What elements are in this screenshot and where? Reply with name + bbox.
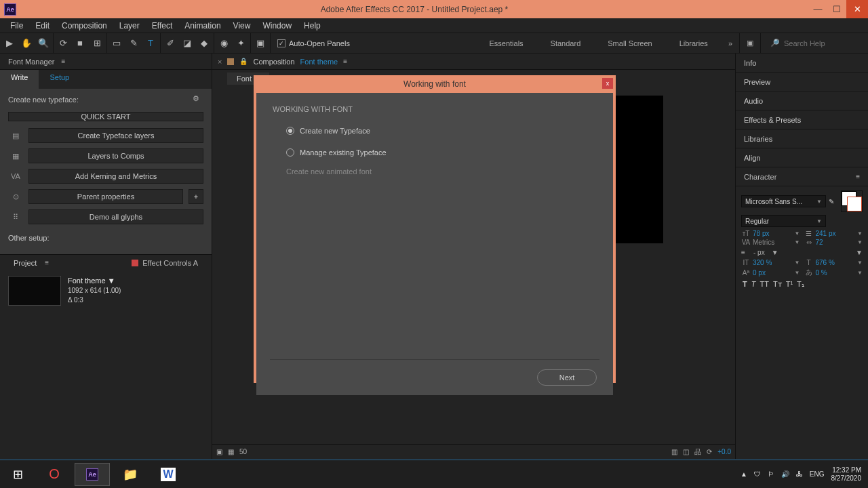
workspace-menu-icon[interactable]: ▣ xyxy=(739,33,760,53)
panel-effects[interactable]: Effects & Presets xyxy=(736,110,868,129)
menu-animation[interactable]: Animation xyxy=(178,20,226,32)
type-tool-icon[interactable]: T xyxy=(145,38,156,49)
menu-window[interactable]: Window xyxy=(256,20,298,32)
viewer-snapshot-icon[interactable]: ▣ xyxy=(216,448,222,455)
panel-libraries[interactable]: Libraries xyxy=(736,129,868,148)
subscript-button[interactable]: T₁ xyxy=(797,280,804,289)
menu-file[interactable]: File xyxy=(4,20,29,32)
panel-icon[interactable]: ▣ xyxy=(255,38,266,49)
panel-info[interactable]: Info xyxy=(736,54,868,73)
viewer-zoom[interactable]: 50 xyxy=(239,448,247,455)
workspace-overflow-icon[interactable]: » xyxy=(722,39,739,47)
taskbar-word[interactable]: W xyxy=(151,463,186,486)
panel-preview[interactable]: Preview xyxy=(736,73,868,92)
workspace-libraries[interactable]: Libraries xyxy=(666,33,722,53)
tray-language[interactable]: ENG xyxy=(810,470,825,478)
taskbar-explorer[interactable]: 📁 xyxy=(113,463,148,486)
menu-effect[interactable]: Effect xyxy=(146,20,178,32)
kerning-button[interactable]: Add Kerning and Metrics xyxy=(28,169,203,184)
parent-button[interactable]: Parent properties xyxy=(28,189,183,204)
rotate-tool-icon[interactable]: ⟳ xyxy=(58,38,68,49)
project-menu-icon[interactable]: ≡ xyxy=(45,259,49,266)
settings-icon[interactable]: ⚙ xyxy=(193,94,203,105)
horizontal-scale[interactable]: 676 % xyxy=(816,259,856,266)
menu-composition[interactable]: Composition xyxy=(56,20,113,32)
parent-add-button[interactable]: + xyxy=(189,189,203,204)
tray-clock[interactable]: 12:32 PM 8/27/2020 xyxy=(831,466,862,483)
quickstart-button[interactable]: QUICK START xyxy=(8,112,203,121)
layers-to-comps-button[interactable]: Layers to Comps xyxy=(28,148,203,163)
comp-close-icon[interactable]: × xyxy=(218,58,222,66)
create-layers-button[interactable]: Create Typeface layers xyxy=(28,128,203,143)
panel-align[interactable]: Align xyxy=(736,148,868,167)
italic-button[interactable]: T xyxy=(751,280,756,289)
panel-audio[interactable]: Audio xyxy=(736,92,868,110)
tray-up-icon[interactable]: ▲ xyxy=(741,470,747,478)
brush-tool-icon[interactable]: ✐ xyxy=(165,38,176,49)
comp-menu-icon[interactable]: ≡ xyxy=(343,58,347,65)
fontmanager-menu-icon[interactable]: ≡ xyxy=(61,58,65,65)
radio-create-typeface[interactable] xyxy=(286,127,294,135)
puppet-tool-icon[interactable]: ✦ xyxy=(235,38,246,49)
taskbar-aftereffects[interactable]: Ae xyxy=(75,463,110,486)
smallcaps-button[interactable]: Tᴛ xyxy=(773,280,782,289)
font-size[interactable]: 78 px xyxy=(753,230,793,237)
stroke-width[interactable]: - px xyxy=(753,249,765,256)
menu-edit[interactable]: Edit xyxy=(29,20,56,32)
viewer-res-icon[interactable]: ▥ xyxy=(671,448,677,455)
baseline-shift[interactable]: 0 px xyxy=(753,269,793,277)
menu-layer[interactable]: Layer xyxy=(113,20,146,32)
character-menu-icon[interactable]: ≡ xyxy=(856,173,860,180)
vertical-scale[interactable]: 320 % xyxy=(753,259,793,266)
camera-tool-icon[interactable]: ■ xyxy=(75,38,85,49)
tracking[interactable]: 72 xyxy=(816,239,856,246)
eyedropper-icon[interactable]: ✎ xyxy=(829,198,838,205)
workspace-standard[interactable]: Standard xyxy=(537,33,595,53)
leading[interactable]: 241 px xyxy=(816,230,856,237)
color-swatch[interactable] xyxy=(841,190,863,212)
search-input[interactable] xyxy=(784,39,859,47)
rect-tool-icon[interactable]: ▭ xyxy=(111,38,122,49)
project-thumbnail[interactable] xyxy=(8,276,61,306)
viewer-mask-icon[interactable]: ◫ xyxy=(683,448,689,455)
font-weight-select[interactable]: Regular▼ xyxy=(741,215,826,227)
workspace-smallscreen[interactable]: Small Screen xyxy=(594,33,665,53)
autopanel-checkbox[interactable]: ✓ xyxy=(277,39,285,47)
comp-link[interactable]: Font theme xyxy=(300,58,338,66)
menu-view[interactable]: View xyxy=(227,20,257,32)
workspace-essentials[interactable]: Essentials xyxy=(475,33,536,53)
pan-behind-tool-icon[interactable]: ⊞ xyxy=(92,38,102,49)
clone-tool-icon[interactable]: ◪ xyxy=(182,38,193,49)
tray-network-icon[interactable]: 🖧 xyxy=(796,470,803,478)
dialog-close-button[interactable]: x xyxy=(602,78,613,89)
tray-shield-icon[interactable]: 🛡 xyxy=(754,470,761,478)
viewer-3d-icon[interactable]: 品 xyxy=(694,447,701,457)
viewer-exposure[interactable]: +0.0 xyxy=(717,448,731,455)
tray-flag-icon[interactable]: 🏳 xyxy=(768,470,774,478)
roto-tool-icon[interactable]: ◉ xyxy=(218,38,229,49)
viewer-grid-icon[interactable]: ▦ xyxy=(228,448,234,455)
minimize-button[interactable]: — xyxy=(808,0,827,18)
allcaps-button[interactable]: TT xyxy=(760,280,768,289)
viewer-refresh-icon[interactable]: ⟳ xyxy=(707,448,712,455)
bold-button[interactable]: T xyxy=(743,280,747,289)
tab-write[interactable]: Write xyxy=(0,70,39,89)
superscript-button[interactable]: T¹ xyxy=(786,280,793,289)
zoom-tool-icon[interactable]: 🔍 xyxy=(38,38,49,49)
demo-button[interactable]: Demo all glyphs xyxy=(28,209,203,224)
font-family-select[interactable]: Microsoft Sans S...▼ xyxy=(741,195,826,207)
start-button[interactable]: ⊞ xyxy=(0,460,35,488)
lock-icon[interactable]: 🔒 xyxy=(239,58,248,65)
dropdown-icon[interactable]: ▼ xyxy=(108,277,115,285)
tsume[interactable]: 0 % xyxy=(816,269,856,277)
effect-controls-tab[interactable]: Effect Controls A xyxy=(142,259,198,267)
radio-manage-typeface[interactable] xyxy=(286,148,294,157)
tab-setup[interactable]: Setup xyxy=(39,70,80,89)
project-tab[interactable]: Project xyxy=(8,258,42,268)
close-button[interactable]: ✕ xyxy=(846,0,868,18)
maximize-button[interactable]: ☐ xyxy=(827,0,846,18)
eraser-tool-icon[interactable]: ◆ xyxy=(199,38,210,49)
kerning[interactable]: Metrics xyxy=(753,239,793,246)
pen-tool-icon[interactable]: ✎ xyxy=(128,38,139,49)
tray-volume-icon[interactable]: 🔊 xyxy=(781,470,789,478)
